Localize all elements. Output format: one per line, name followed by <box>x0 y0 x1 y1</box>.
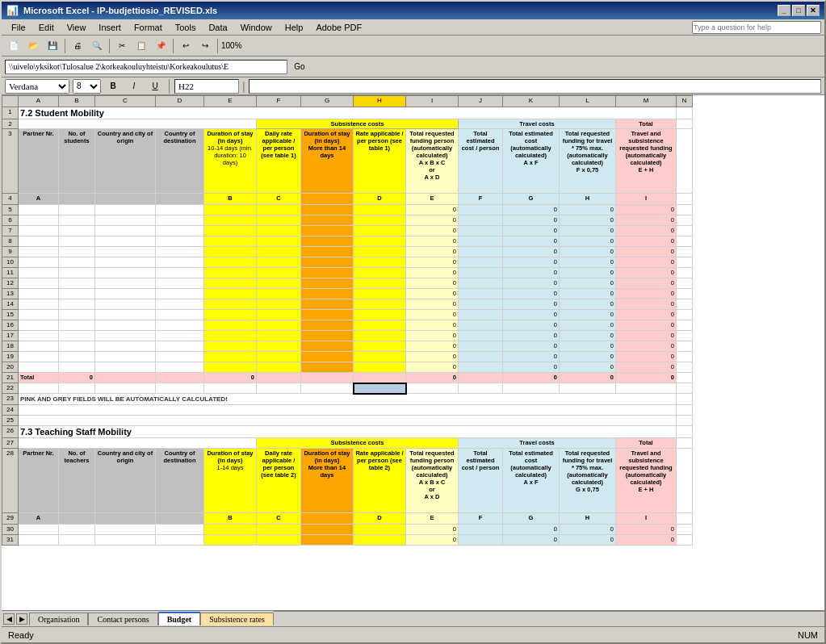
col-header-I[interactable]: I <box>406 96 459 107</box>
title-bar: 📊 Microsoft Excel - IP-budjettiosio_REVI… <box>2 2 824 19</box>
menu-tools[interactable]: Tools <box>169 21 203 34</box>
menu-window[interactable]: Window <box>234 21 279 34</box>
col-header-B[interactable]: B <box>59 96 95 107</box>
col-header-A[interactable]: A <box>19 96 59 107</box>
table-row: 120000 <box>2 278 693 289</box>
menu-view[interactable]: View <box>61 21 93 34</box>
tab-scroll-right[interactable]: ▶ <box>16 613 27 625</box>
sub2-col-country-origin: Country and city of origin <box>95 449 156 513</box>
underline-button[interactable]: U <box>146 78 164 94</box>
col-header-H[interactable]: H <box>354 96 406 107</box>
col-header-N[interactable]: N <box>677 96 693 107</box>
table-row: 100000 <box>2 257 693 268</box>
menu-edit[interactable]: Edit <box>32 21 61 34</box>
menu-data[interactable]: Data <box>202 21 233 34</box>
sub2-col-est-person: Total estimated cost / person <box>459 449 503 513</box>
sub2-label-i: I <box>616 513 677 525</box>
table-row: 25 <box>2 416 693 426</box>
bold-button[interactable]: B <box>104 78 122 94</box>
table-row: 110000 <box>2 268 693 278</box>
col-header-G[interactable]: G <box>301 96 354 107</box>
selected-cell-h22[interactable] <box>354 383 406 394</box>
italic-button[interactable]: I <box>125 78 143 94</box>
menu-insert[interactable]: Insert <box>92 21 128 34</box>
tab-organisation[interactable]: Organisation <box>29 613 88 625</box>
spreadsheet-area[interactable]: A B C D E F G H I J K L M N <box>2 95 824 610</box>
tab-budget[interactable]: Budget <box>158 612 201 625</box>
cut-button[interactable]: ✂ <box>113 38 131 54</box>
menu-adobe[interactable]: Adobe PDF <box>309 21 368 34</box>
name-box[interactable] <box>174 79 239 94</box>
table-row: 3 Partner Nr. No. of students Country an… <box>2 129 693 194</box>
sub2-label-a: A <box>19 513 59 525</box>
redo-button[interactable]: ↪ <box>196 38 214 54</box>
col-header-M[interactable]: M <box>616 96 677 107</box>
sub2-total-header: Total <box>616 438 677 449</box>
table-row: 160000 <box>2 320 693 331</box>
col-duration-stay: Duration of stay (in days)10-14 days (mi… <box>204 129 257 194</box>
row-header-4[interactable]: 4 <box>2 194 19 205</box>
font-size-select[interactable]: 8 <box>73 79 101 94</box>
formula-input[interactable] <box>249 79 821 94</box>
sub2-label-g: G <box>503 513 560 525</box>
paste-button[interactable]: 📌 <box>152 38 170 54</box>
address-input[interactable] <box>5 60 287 74</box>
save-button[interactable]: 💾 <box>44 38 61 54</box>
col-country-origin: Country and city of origin <box>95 129 156 194</box>
col-total-est-person: Total estimated cost / person <box>459 129 503 194</box>
print-preview-button[interactable]: 🔍 <box>88 38 106 54</box>
table-row: 80000 <box>2 236 693 247</box>
col-header-L[interactable]: L <box>560 96 616 107</box>
undo-button[interactable]: ↩ <box>177 38 195 54</box>
maximize-button[interactable]: □ <box>792 5 805 16</box>
tab-scroll-left[interactable]: ◀ <box>3 613 15 625</box>
col-header-D[interactable]: D <box>156 96 204 107</box>
table-row: 190000 <box>2 352 693 362</box>
col-rate-applicable: Rate applicable / per person (see table … <box>354 129 406 194</box>
menu-file[interactable]: File <box>5 21 32 34</box>
section2-title: 7.3 Teaching Staff Mobility <box>19 426 677 438</box>
col-header-J[interactable]: J <box>459 96 503 107</box>
status-ready: Ready <box>8 630 34 640</box>
sub2-col-duration: Duration of stay (in days)1-14 days <box>204 449 257 513</box>
app-icon: 📊 <box>6 5 19 16</box>
tab-contact-persons[interactable]: Contact persons <box>88 613 157 625</box>
go-button[interactable]: Go <box>291 59 308 75</box>
close-button[interactable]: ✕ <box>807 5 820 16</box>
row-header-1[interactable]: 1 <box>2 107 19 119</box>
menu-format[interactable]: Format <box>128 21 169 34</box>
table-row: 70000 <box>2 226 693 236</box>
minimize-button[interactable]: _ <box>778 5 790 16</box>
copy-button[interactable]: 📋 <box>132 38 150 54</box>
sub2-subsistence-header: Subsistence costs <box>257 438 459 449</box>
tab-subsistence-rates[interactable]: Subsistence rates <box>200 613 274 625</box>
new-button[interactable]: 📄 <box>5 38 23 54</box>
sub2-label-h: H <box>560 513 616 525</box>
col-duration-stay2: Duration of stay (in days)More than 14 d… <box>301 129 354 194</box>
sub2-col-country-dest: Country of destination <box>156 449 204 513</box>
table-row: 50000 <box>2 205 693 215</box>
col-header-C[interactable]: C <box>95 96 156 107</box>
formula-bar: Verdana 8 B I U | <box>2 77 824 95</box>
font-select[interactable]: Verdana <box>5 79 69 94</box>
status-bar: Ready NUM <box>2 626 824 642</box>
open-button[interactable]: 📂 <box>24 38 42 54</box>
table-row: 140000 <box>2 299 693 310</box>
help-search[interactable] <box>692 21 821 34</box>
col-header-K[interactable]: K <box>503 96 560 107</box>
menu-help[interactable]: Help <box>279 21 310 34</box>
col-header-F[interactable]: F <box>257 96 301 107</box>
sub2-col-daily-rate: Daily rate applicable / per person (see … <box>257 449 301 513</box>
col-country-dest: Country of destination <box>156 129 204 194</box>
corner-cell <box>2 96 19 107</box>
table-row: 27 Subsistence costs Travel costs Total <box>2 438 693 449</box>
row-header-3[interactable]: 3 <box>2 129 19 194</box>
total-row: 21 Total 0 0 0 0 0 0 <box>2 373 693 383</box>
print-button[interactable]: 🖨 <box>69 38 86 54</box>
col-header-E[interactable]: E <box>204 96 257 107</box>
label-c: C <box>257 194 301 205</box>
toolbar2: Go <box>2 56 824 77</box>
row-header-2[interactable]: 2 <box>2 119 19 129</box>
table-row: 22 <box>2 383 693 394</box>
subsistence-costs-header: Subsistence costs <box>257 119 459 129</box>
